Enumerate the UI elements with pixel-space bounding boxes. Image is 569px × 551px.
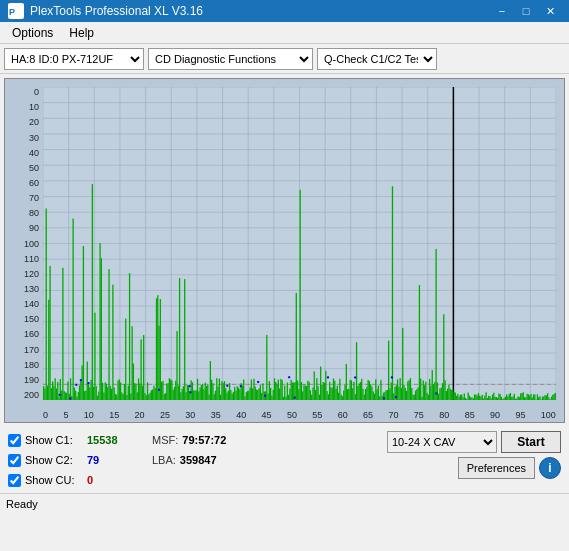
info-button[interactable]: i	[539, 457, 561, 479]
chart-container: 200 190 180 170 160 150 140 130 120 110 …	[4, 78, 565, 423]
start-button[interactable]: Start	[501, 431, 561, 453]
cu-label: Show CU:	[25, 474, 83, 486]
close-button[interactable]: ✕	[539, 2, 561, 20]
bottom-panel: Show C1: 15538 Show C2: 79 Show CU: 0 MS…	[0, 427, 569, 493]
toolbar: HA:8 ID:0 PX-712UF CD Diagnostic Functio…	[0, 44, 569, 74]
window-controls: − □ ✕	[491, 2, 561, 20]
app-icon: P	[8, 3, 24, 19]
title-text: PlexTools Professional XL V3.16	[30, 4, 203, 18]
drive-select[interactable]: HA:8 ID:0 PX-712UF	[4, 48, 144, 70]
status-text: Ready	[6, 498, 38, 510]
menu-help[interactable]: Help	[61, 24, 102, 42]
status-bar: Ready	[0, 493, 569, 513]
msf-value: 79:57:72	[182, 434, 226, 446]
minimize-button[interactable]: −	[491, 2, 513, 20]
menu-bar: Options Help	[0, 22, 569, 44]
c1-value: 15538	[87, 434, 132, 446]
action-buttons: Preferences i	[458, 457, 561, 479]
checkbox-column: Show C1: 15538 Show C2: 79 Show CU: 0	[8, 431, 132, 489]
c2-checkbox[interactable]	[8, 454, 21, 467]
controls-column: 10-24 X CAV 4 X CLV 8 X CLV 16 X CLV 24 …	[387, 431, 561, 479]
stats-column: MSF: 79:57:72 LBA: 359847	[152, 431, 226, 469]
x-axis: 0 5 10 15 20 25 30 35 40 45 50 55 60 65 …	[43, 410, 556, 420]
c1-checkbox-item: Show C1: 15538	[8, 431, 132, 449]
lba-item: LBA: 359847	[152, 451, 226, 469]
cu-checkbox-item: Show CU: 0	[8, 471, 132, 489]
y-axis: 200 190 180 170 160 150 140 130 120 110 …	[7, 87, 41, 400]
c2-checkbox-item: Show C2: 79	[8, 451, 132, 469]
maximize-button[interactable]: □	[515, 2, 537, 20]
c1-checkbox[interactable]	[8, 434, 21, 447]
msf-item: MSF: 79:57:72	[152, 431, 226, 449]
lba-value: 359847	[180, 454, 217, 466]
menu-options[interactable]: Options	[4, 24, 61, 42]
cu-checkbox[interactable]	[8, 474, 21, 487]
test-select[interactable]: Q-Check C1/C2 Test	[317, 48, 437, 70]
preferences-button[interactable]: Preferences	[458, 457, 535, 479]
cu-value: 0	[87, 474, 132, 486]
title-bar: P PlexTools Professional XL V3.16 − □ ✕	[0, 0, 569, 22]
c2-label: Show C2:	[25, 454, 83, 466]
c1-label: Show C1:	[25, 434, 83, 446]
svg-text:P: P	[9, 7, 15, 17]
function-select[interactable]: CD Diagnostic Functions	[148, 48, 313, 70]
c2-value: 79	[87, 454, 132, 466]
msf-label: MSF:	[152, 434, 178, 446]
lba-label: LBA:	[152, 454, 176, 466]
chart-plot-area	[43, 87, 556, 400]
speed-select[interactable]: 10-24 X CAV 4 X CLV 8 X CLV 16 X CLV 24 …	[387, 431, 497, 453]
